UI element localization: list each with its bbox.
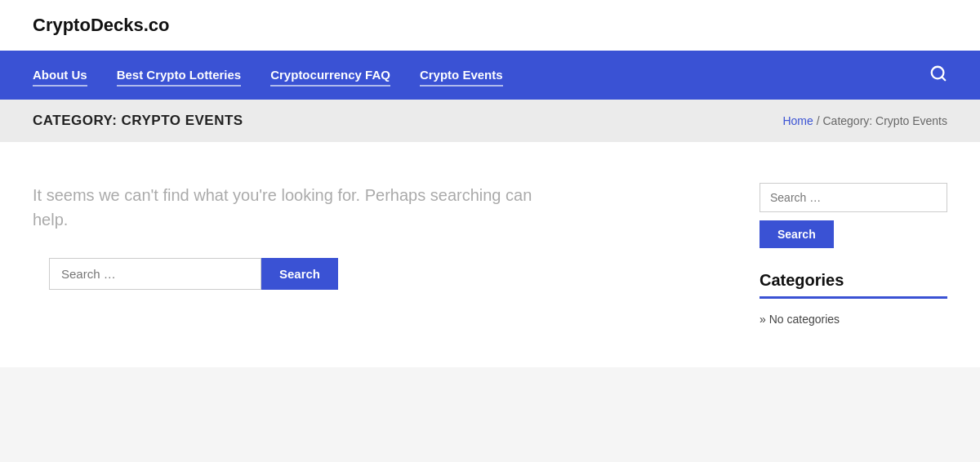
content-area: It seems we can't find what you're looki… <box>33 183 727 327</box>
sidebar: Search Categories No categories <box>760 183 947 327</box>
nav-search-icon[interactable] <box>929 64 947 87</box>
nav-link-events[interactable]: Crypto Events <box>420 68 503 87</box>
breadcrumb: Home / Category: Crypto Events <box>782 114 947 127</box>
svg-line-1 <box>942 77 945 80</box>
categories-title: Categories <box>760 271 947 299</box>
main-content: It seems we can't find what you're looki… <box>0 142 980 367</box>
nav-item-about[interactable]: About Us <box>33 68 87 82</box>
nav-link-lotteries[interactable]: Best Crypto Lotteries <box>117 68 242 87</box>
no-categories-label: No categories <box>760 313 840 326</box>
main-search-button[interactable]: Search <box>261 258 338 290</box>
sidebar-search-button[interactable]: Search <box>760 220 834 248</box>
site-title: CryptoDecks.co <box>33 15 170 35</box>
categories-section: Categories No categories <box>760 271 947 327</box>
nav-item-events[interactable]: Crypto Events <box>420 68 503 82</box>
nav-links: About Us Best Crypto Lotteries Cryptocur… <box>33 68 503 82</box>
breadcrumb-home-link[interactable]: Home <box>782 114 813 127</box>
nav-link-about[interactable]: About Us <box>33 68 87 87</box>
main-search-input[interactable] <box>49 258 261 290</box>
main-nav: About Us Best Crypto Lotteries Cryptocur… <box>0 51 980 100</box>
category-title: CATEGORY: CRYPTO EVENTS <box>33 113 243 129</box>
nav-link-faq[interactable]: Cryptocurrency FAQ <box>270 68 390 87</box>
breadcrumb-bar: CATEGORY: CRYPTO EVENTS Home / Category:… <box>0 100 980 142</box>
main-search-row: Search <box>49 258 710 290</box>
nav-item-lotteries[interactable]: Best Crypto Lotteries <box>117 68 242 82</box>
breadcrumb-current: Category: Crypto Events <box>822 114 947 127</box>
not-found-message: It seems we can't find what you're looki… <box>33 183 539 232</box>
nav-item-faq[interactable]: Cryptocurrency FAQ <box>270 68 390 82</box>
top-bar: CryptoDecks.co <box>0 0 980 51</box>
sidebar-search-input[interactable] <box>760 183 947 212</box>
